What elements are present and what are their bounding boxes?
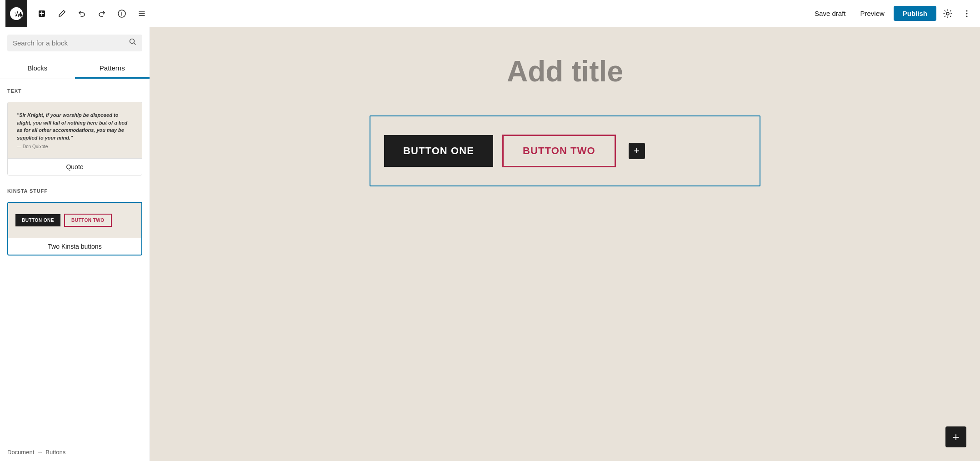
kinsta-buttons-preview: BUTTON ONE BUTTON TWO	[8, 203, 141, 238]
list-view-button[interactable]	[133, 5, 151, 23]
tabs: Blocks Patterns	[0, 59, 150, 79]
editor-area: Add title BUTTON ONE BUTTON TWO + +	[150, 27, 980, 461]
svg-point-4	[946, 12, 949, 15]
undo-button[interactable]	[73, 5, 91, 23]
svg-point-7	[966, 15, 968, 17]
wp-logo: W	[5, 0, 27, 27]
kinsta-buttons-pattern-card[interactable]: BUTTON ONE BUTTON TWO Two Kinsta buttons	[7, 202, 142, 256]
sidebar-content: TEXT "Sir Knight, if your worship be dis…	[0, 79, 150, 443]
search-box	[7, 35, 142, 51]
add-block-button[interactable]	[33, 5, 51, 23]
sidebar: Blocks Patterns TEXT "Sir Knight, if you…	[0, 27, 150, 461]
more-options-button[interactable]	[959, 6, 975, 21]
tab-blocks[interactable]: Blocks	[0, 59, 75, 79]
breadcrumb-separator: →	[37, 449, 43, 456]
svg-text:W: W	[13, 10, 20, 17]
sidebar-btn-one: BUTTON ONE	[15, 214, 60, 226]
quote-attr: — Don Quixote	[17, 144, 133, 149]
edit-mode-button[interactable]	[53, 5, 71, 23]
editor-button-one[interactable]: BUTTON ONE	[384, 135, 493, 167]
publish-button[interactable]: Publish	[894, 6, 936, 21]
breadcrumb: Document → Buttons	[0, 443, 150, 461]
search-input[interactable]	[13, 35, 125, 51]
svg-point-6	[966, 13, 968, 14]
info-button[interactable]	[113, 5, 131, 23]
sidebar-btn-two: BUTTON TWO	[64, 214, 112, 227]
editor-button-two[interactable]: BUTTON TWO	[502, 135, 616, 167]
add-block-bottom-button[interactable]: +	[945, 426, 966, 447]
settings-button[interactable]	[940, 6, 955, 21]
save-draft-button[interactable]: Save draft	[809, 7, 851, 20]
main-layout: Blocks Patterns TEXT "Sir Knight, if you…	[0, 27, 980, 461]
topbar-left: W	[5, 0, 151, 27]
breadcrumb-document[interactable]: Document	[7, 449, 34, 456]
quote-preview-inner: "Sir Knight, if your worship be disposed…	[17, 111, 133, 149]
quote-text: "Sir Knight, if your worship be disposed…	[17, 111, 133, 141]
breadcrumb-buttons[interactable]: Buttons	[45, 449, 65, 456]
quote-pattern-preview: "Sir Knight, if your worship be disposed…	[8, 102, 142, 158]
quote-pattern-card[interactable]: "Sir Knight, if your worship be disposed…	[7, 102, 142, 175]
topbar-right: Save draft Preview Publish	[809, 6, 975, 21]
kinsta-section-label: KINSTA STUFF	[0, 179, 150, 198]
editor-canvas: Add title BUTTON ONE BUTTON TWO +	[370, 55, 760, 186]
preview-button[interactable]: Preview	[855, 7, 890, 20]
button-block: BUTTON ONE BUTTON TWO +	[370, 115, 760, 186]
add-block-inline-button[interactable]: +	[629, 143, 645, 159]
topbar: W Save draft Preview Publish	[0, 0, 980, 27]
quote-pattern-label: Quote	[8, 158, 142, 175]
redo-button[interactable]	[93, 5, 111, 23]
tab-patterns[interactable]: Patterns	[75, 59, 150, 79]
post-title[interactable]: Add title	[370, 55, 760, 88]
text-section-label: TEXT	[0, 79, 150, 98]
kinsta-pattern-label: Two Kinsta buttons	[8, 238, 141, 255]
svg-point-5	[966, 10, 968, 11]
search-icon	[129, 38, 137, 48]
